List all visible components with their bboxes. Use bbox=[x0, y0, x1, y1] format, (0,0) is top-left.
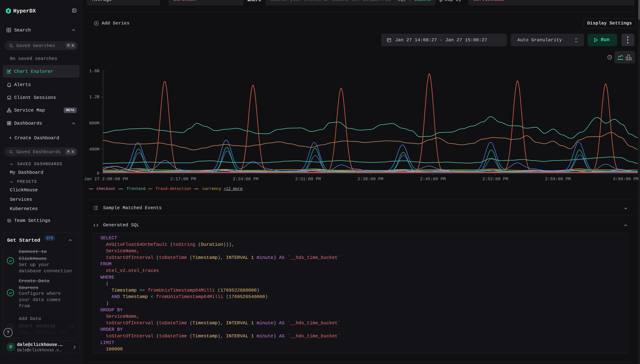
svg-text:2:45:00 PM: 2:45:00 PM bbox=[420, 177, 446, 182]
svg-text:1.6B: 1.6B bbox=[89, 69, 100, 74]
svg-text:400M: 400M bbox=[89, 147, 100, 152]
svg-text:2:52:00 PM: 2:52:00 PM bbox=[482, 177, 508, 182]
svg-text:1.2B: 1.2B bbox=[89, 94, 100, 100]
svg-text:2:38:00 PM: 2:38:00 PM bbox=[358, 177, 383, 182]
svg-text:Jan 27 2:08:00 PM: Jan 27 2:08:00 PM bbox=[84, 177, 128, 182]
svg-text:800M: 800M bbox=[89, 121, 100, 126]
svg-text:2:59:00 PM: 2:59:00 PM bbox=[545, 177, 571, 182]
svg-text:0: 0 bbox=[97, 171, 100, 176]
svg-text:3:08:00 PM: 3:08:00 PM bbox=[613, 177, 638, 182]
svg-text:2:31:00 PM: 2:31:00 PM bbox=[295, 177, 321, 182]
svg-text:2:24:00 PM: 2:24:00 PM bbox=[233, 177, 258, 182]
svg-text:2:17:00 PM: 2:17:00 PM bbox=[170, 177, 196, 182]
